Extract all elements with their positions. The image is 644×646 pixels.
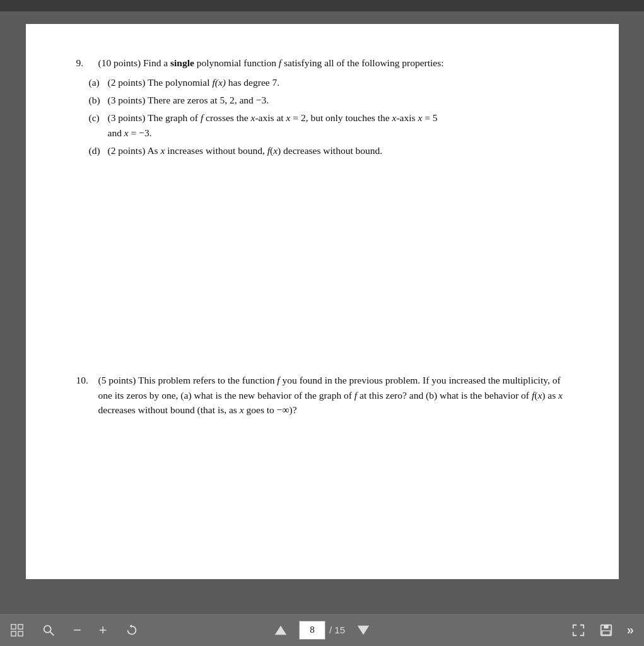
q9c-text1: The graph of [148,112,201,123]
q9a-math: f(x) [212,77,226,88]
rotate-icon [125,623,139,637]
prev-page-button[interactable] [271,621,290,640]
q10-number: 10. [76,373,98,417]
document-page: 9. (10 points) Find a single polynomial … [26,24,619,579]
q10-body: (5 points) This problem refers to the fu… [98,373,575,417]
q9-sub-questions: (a) (2 points) The polynomial f(x) has d… [89,75,575,158]
q9-sub-b: (b) (3 points) There are zeros at 5, 2, … [89,93,575,108]
q9-sub-d: (d) (2 points) As x increases without bo… [89,143,575,158]
question-10: 10. (5 points) This problem refers to th… [76,373,575,417]
fullscreen-button[interactable] [569,621,588,640]
svg-marker-7 [358,625,369,635]
q9a-text2: has degree 7. [228,77,279,88]
q9-italic-f: f [279,57,281,68]
q9a-label: (a) [89,75,108,90]
search-icon [42,623,56,637]
q9-points: (10 points) [98,57,141,68]
q9-body: (10 points) Find a single polynomial fun… [98,56,575,70]
q9d-body: (2 points) As x increases without bound,… [108,143,575,158]
skip-icon: » [627,623,634,637]
zoom-out-button[interactable]: − [71,620,84,641]
q9-text2: polynomial function [197,57,279,68]
q9b-body: (3 points) There are zeros at 5, 2, and … [108,93,575,108]
q9-text1: Find a [143,57,170,68]
q9-text3: satisfying all of the following properti… [284,57,444,68]
q9d-label: (d) [89,143,108,158]
q9c-body: (3 points) The graph of f crosses the x-… [108,110,575,141]
question-9: 9. (10 points) Find a single polynomial … [76,56,575,158]
svg-rect-9 [604,625,608,628]
svg-marker-6 [275,625,286,635]
minus-icon: − [73,622,81,638]
zoom-in-button[interactable]: + [97,620,110,641]
svg-rect-1 [11,631,16,635]
q9a-body: (2 points) The polynomial f(x) has degre… [108,75,575,90]
q9b-label: (b) [89,93,108,108]
q9c-text2: crosses the x-axis at x = 2, but only to… [206,112,438,123]
q9d-points: (2 points) [108,145,146,156]
toolbar-center: 8 / 15 [217,621,426,640]
q9c-label: (c) [89,110,108,141]
svg-point-4 [44,625,51,632]
svg-rect-2 [18,624,23,628]
q9-sub-a: (a) (2 points) The polynomial f(x) has d… [89,75,575,90]
page-input-group: 8 / 15 [299,621,345,640]
save-button[interactable] [597,621,616,640]
toolbar: − + 8 / 15 [0,613,644,646]
q9b-points: (3 points) [108,95,146,105]
svg-rect-3 [18,631,23,635]
q9c-points: (3 points) [108,112,146,123]
thumbnail-button[interactable] [8,621,26,640]
fullscreen-icon [571,623,585,637]
q9-number: 9. [76,56,98,70]
search-button[interactable] [39,621,58,640]
q10-points: (5 points) [98,375,136,385]
up-arrow-icon [274,623,288,637]
thumbnail-icon [10,623,24,637]
svg-rect-10 [602,630,610,634]
toolbar-left: − + [8,620,217,641]
q9c-line2: and x = −3. [108,127,152,138]
q9-sub-c: (c) (3 points) The graph of f crosses th… [89,110,575,141]
plus-icon: + [99,622,107,638]
svg-line-5 [50,631,54,635]
document-area: 9. (10 points) Find a single polynomial … [0,11,644,613]
rotate-button[interactable] [122,621,141,640]
q9c-f: f [201,112,203,123]
next-page-button[interactable] [354,621,373,640]
toolbar-right: » [427,620,636,640]
q9a-text1: The polynomial [148,77,212,88]
page-total-label: / 15 [329,625,345,635]
q9d-text: As x increases without bound, f(x) decre… [147,145,382,156]
down-arrow-icon [356,623,370,637]
q10-text: This problem refers to the function f yo… [98,375,563,415]
page-number-input[interactable]: 8 [299,621,325,640]
q9a-points: (2 points) [108,77,146,88]
top-bar [0,0,644,11]
q9b-text: There are zeros at 5, 2, and −3. [148,95,269,105]
q9-bold: single [170,57,194,68]
skip-button[interactable]: » [624,620,636,640]
svg-rect-0 [11,624,16,628]
save-icon [599,623,613,637]
